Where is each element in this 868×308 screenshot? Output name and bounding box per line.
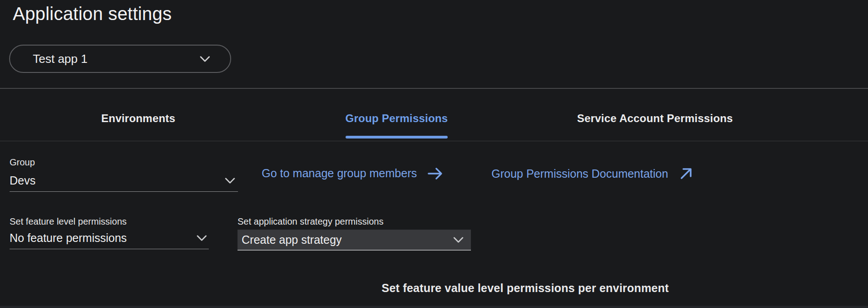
tabs-bottom-divider xyxy=(0,141,868,141)
strategy-permissions-value: Create app strategy xyxy=(242,233,342,246)
chevron-down-icon xyxy=(453,237,464,243)
group-select-label: Group xyxy=(10,157,238,168)
tab-environments[interactable]: Environments xyxy=(9,112,268,139)
feature-permissions-label: Set feature level permissions xyxy=(10,216,209,227)
chevron-down-icon xyxy=(196,235,207,241)
arrow-right-icon xyxy=(428,167,443,180)
feature-permissions-value: No feature permissions xyxy=(10,231,127,244)
chevron-down-icon xyxy=(200,56,210,62)
page-title: Application settings xyxy=(13,4,172,24)
bottom-section-edge xyxy=(0,306,868,308)
group-select-value: Devs xyxy=(10,174,36,187)
app-selector-value: Test app 1 xyxy=(33,52,200,66)
application-settings-page: Application settings Test app 1 Environm… xyxy=(0,0,868,308)
tab-group-permissions[interactable]: Group Permissions xyxy=(268,112,526,139)
group-permissions-documentation-label: Group Permissions Documentation xyxy=(491,167,668,180)
tab-label: Environments xyxy=(101,112,175,124)
arrow-outward-icon xyxy=(679,167,693,180)
tab-bar: Environments Group Permissions Service A… xyxy=(9,112,784,139)
chevron-down-icon xyxy=(225,178,235,184)
strategy-permissions-label: Set application strategy permissions xyxy=(238,216,471,227)
group-permissions-documentation-link[interactable]: Group Permissions Documentation xyxy=(491,167,693,180)
strategy-permissions-field: Set application strategy permissions Cre… xyxy=(238,216,471,251)
tab-service-account-permissions[interactable]: Service Account Permissions xyxy=(526,112,784,139)
app-selector-dropdown[interactable]: Test app 1 xyxy=(9,45,231,73)
feature-permissions-select[interactable]: No feature permissions xyxy=(10,231,209,249)
header-divider xyxy=(0,88,868,89)
group-select[interactable]: Devs xyxy=(10,174,238,192)
tab-label: Service Account Permissions xyxy=(577,112,733,124)
feature-value-permissions-heading: Set feature value level permissions per … xyxy=(382,282,669,295)
strategy-permissions-select[interactable]: Create app strategy xyxy=(238,230,471,251)
group-select-field: Group Devs xyxy=(10,157,238,192)
manage-group-members-link[interactable]: Go to manage group members xyxy=(262,167,443,180)
feature-permissions-field: Set feature level permissions No feature… xyxy=(10,216,209,249)
manage-group-members-label: Go to manage group members xyxy=(262,167,417,180)
tab-label: Group Permissions xyxy=(346,112,448,124)
